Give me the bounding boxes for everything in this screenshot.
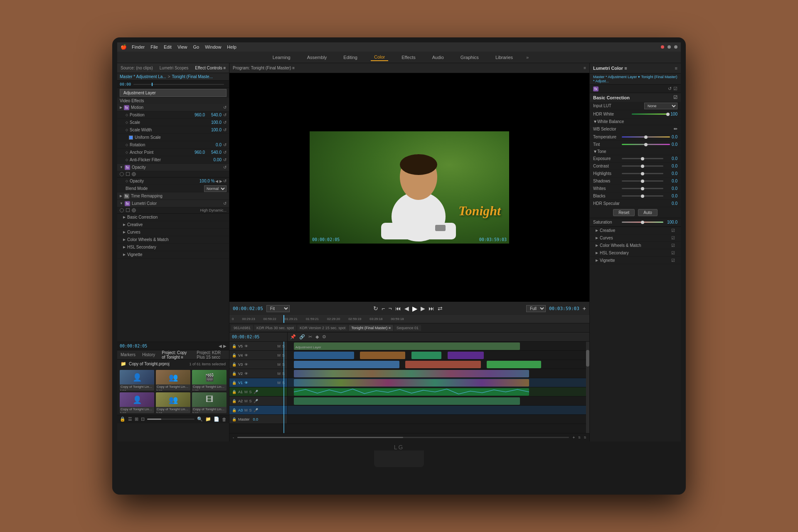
a1-eye[interactable]: M — [244, 390, 248, 394]
basic-correction-item[interactable]: ▶ Basic Correction — [117, 214, 229, 221]
v1-m[interactable]: M — [277, 381, 281, 385]
project-copy-tab[interactable]: Project: Copy of Tonight ≡ — [158, 350, 193, 360]
v3-clip-1[interactable] — [294, 361, 399, 368]
tab-graphics[interactable]: Graphics — [457, 54, 482, 61]
v1-main-clip[interactable] — [294, 379, 529, 387]
cont-thumb[interactable] — [641, 165, 644, 168]
blend-mode-select[interactable]: Normal — [204, 185, 227, 192]
rotation-value[interactable]: 0.0 — [205, 143, 222, 147]
v1-s[interactable]: S — [282, 381, 285, 385]
tab-audio[interactable]: Audio — [429, 54, 447, 61]
a2-audio-clip[interactable] — [294, 397, 520, 405]
position-x[interactable]: 960.0 — [188, 113, 205, 117]
view-menu[interactable]: View — [177, 44, 187, 49]
opacity-reset[interactable]: ↺ — [223, 165, 227, 170]
shad-thumb[interactable] — [641, 180, 644, 183]
freeform-icon[interactable]: ⊡ — [141, 416, 145, 422]
opacity-section[interactable]: ▼ fx Opacity ↺ — [117, 164, 229, 171]
temp-slider[interactable] — [622, 136, 670, 138]
v2-s[interactable]: S — [282, 372, 285, 376]
media-thumb-4[interactable]: 👤 Copy of Tonight Linked... 1:10 — [120, 392, 154, 413]
apple-icon[interactable]: 🍎 — [121, 44, 127, 50]
high-slider[interactable] — [622, 173, 663, 174]
v4-clip-2[interactable] — [360, 352, 405, 359]
v1-eye[interactable]: 👁 — [244, 381, 248, 385]
mark-in-btn[interactable]: ⌐ — [382, 305, 385, 312]
tab-learning[interactable]: Learning — [269, 54, 294, 61]
media-thumb-3[interactable]: 🎬 Copy of Tonight Linked... 1:22 — [192, 370, 227, 391]
tl-scrollbar[interactable] — [586, 342, 589, 433]
hsl-checkbox[interactable]: ☑ — [671, 251, 675, 255]
master-lock[interactable]: 🔒 — [232, 417, 236, 421]
search-icon[interactable]: 🔍 — [197, 416, 203, 422]
v2-main-clip[interactable] — [294, 370, 529, 377]
tl-settings-icon[interactable]: ⚙ — [322, 334, 326, 340]
cont-slider[interactable] — [622, 165, 663, 167]
motion-reset[interactable]: ↺ — [223, 105, 227, 110]
v3-clip-3[interactable] — [487, 361, 541, 368]
tab-effects[interactable]: Effects — [398, 54, 419, 61]
v2-m[interactable]: M — [277, 372, 281, 376]
uniform-scale-check[interactable] — [129, 135, 133, 140]
more-tabs-icon[interactable]: » — [526, 55, 529, 60]
opacity-reset-btn[interactable]: ↺ — [223, 179, 227, 183]
v4-m[interactable]: M — [277, 353, 281, 357]
loop-btn[interactable]: ↻ — [373, 305, 378, 312]
v3-eye[interactable]: 👁 — [244, 362, 248, 367]
scale-reset[interactable]: ↺ — [223, 120, 227, 125]
hdr-white-slider[interactable] — [632, 113, 668, 115]
lumetri-checkbox[interactable]: ☑ — [673, 86, 677, 91]
scale-width-value[interactable]: 100.0 — [205, 128, 222, 132]
creative-item[interactable]: ▶ Creative — [117, 221, 229, 229]
adjustment-layer-clip[interactable]: Adjustment Layer — [294, 342, 520, 350]
tl-tab-2[interactable]: KDR Plus 30 sec. spot — [254, 325, 296, 331]
grid-view-icon[interactable]: ⊞ — [135, 416, 138, 422]
breadcrumb-sequence[interactable]: Tonight (Final Maste... — [172, 74, 213, 79]
cw-checkbox[interactable]: ☑ — [671, 243, 675, 248]
a2-m[interactable]: M — [244, 399, 248, 403]
add-marker-btn[interactable]: + — [583, 305, 586, 312]
tl-marker-icon[interactable]: ◆ — [315, 334, 319, 340]
wh-slider[interactable] — [622, 188, 663, 189]
v3-clip-2[interactable] — [405, 361, 481, 368]
auto-button[interactable]: Auto — [638, 209, 658, 216]
tl-tab-1[interactable]: 961A6981 — [231, 325, 253, 331]
kdr-tab[interactable]: Project: KDR Plus 15 secc — [193, 350, 229, 360]
temp-thumb[interactable] — [644, 135, 648, 139]
markers-tab[interactable]: Markers — [117, 352, 139, 357]
anchor-reset[interactable]: ↺ — [223, 150, 227, 155]
color-wheels-section[interactable]: ▶ Color Wheels & Match ☑ — [590, 242, 681, 249]
reset-button[interactable]: Reset — [613, 209, 635, 216]
sat-thumb[interactable] — [641, 221, 644, 224]
a3-s[interactable]: S — [249, 408, 252, 412]
v5-m[interactable]: M — [277, 344, 281, 348]
track-a2-label[interactable]: 🔒 A2 M S 🎤 — [229, 397, 288, 405]
tone-header[interactable]: ▼ Tone — [590, 148, 681, 155]
wh-thumb[interactable] — [641, 187, 644, 190]
shuttle-btns[interactable]: ⇄ — [438, 305, 443, 312]
lumetri-scopes-tab[interactable]: Lumetri Scopes — [156, 66, 192, 70]
af-reset[interactable]: ↺ — [223, 158, 227, 162]
zoom-slider[interactable] — [147, 419, 195, 420]
curves-item[interactable]: ▶ Curves — [117, 229, 229, 236]
nav-btns[interactable]: ◀ ▶ — [219, 344, 227, 348]
position-reset[interactable]: ↺ — [223, 113, 227, 117]
tl-tab-seq[interactable]: Sequence 01 — [394, 325, 421, 331]
new-item-icon[interactable]: 📄 — [214, 416, 219, 422]
lumetri-row[interactable]: ▼ fx Lumetri Color ↺ — [117, 200, 229, 207]
history-tab[interactable]: History — [139, 352, 158, 357]
v1-lock[interactable]: 🔒 — [232, 381, 236, 385]
tint-thumb[interactable] — [644, 143, 648, 146]
master-volume[interactable]: 0.0 — [253, 417, 259, 421]
v3-lock[interactable]: 🔒 — [232, 362, 236, 367]
tab-editing[interactable]: Editing — [340, 54, 361, 61]
lc-reset[interactable]: ↺ — [223, 201, 227, 206]
anchor-x[interactable]: 960.0 — [188, 150, 205, 155]
hdr-white-thumb[interactable] — [666, 113, 670, 116]
help-menu[interactable]: Help — [227, 44, 236, 49]
tl-tab-tonight[interactable]: Tonight (Final Master) ≡ — [349, 325, 393, 331]
v2-eye[interactable]: 👁 — [244, 372, 248, 376]
scale-value[interactable]: 100.0 — [205, 120, 222, 125]
bl-slider[interactable] — [622, 195, 663, 197]
hsl-section[interactable]: ▶ HSL Secondary ☑ — [590, 249, 681, 257]
